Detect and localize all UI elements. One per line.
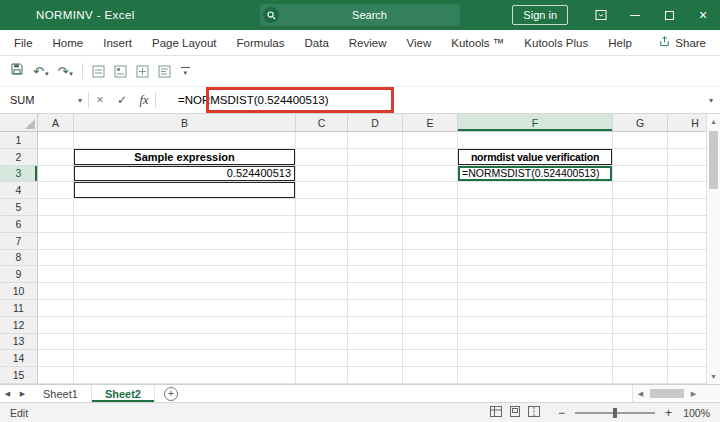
ribbon-tab-home[interactable]: Home [43,30,94,55]
cell-C2[interactable] [296,149,348,166]
cell-A8[interactable] [38,250,74,267]
column-header-E[interactable]: E [403,114,458,132]
sheet-tab-sheet1[interactable]: Sheet1 [30,385,92,402]
vertical-scrollbar[interactable]: ▲ ▼ [706,114,720,384]
cell-C6[interactable] [296,216,348,233]
qat-custom-icon-4[interactable] [158,65,171,78]
cell-A3[interactable] [38,166,74,183]
ribbon-tab-kutools-plus[interactable]: Kutools Plus [514,30,598,55]
cell-F12[interactable] [458,317,613,334]
expand-formula-bar-icon[interactable]: ▾ [709,96,713,105]
cell-C5[interactable] [296,199,348,216]
row-header-1[interactable]: 1 [0,132,38,149]
row-header-11[interactable]: 11 [0,300,38,317]
cell-D13[interactable] [348,334,403,351]
scroll-up-icon[interactable]: ▲ [710,114,717,129]
cell-D3[interactable] [348,166,403,183]
cell-B3[interactable]: 0.524400513 [74,166,296,183]
cell-F2[interactable]: normdist value verification [458,149,613,166]
cell-D7[interactable] [348,233,403,250]
cell-C3[interactable] [296,166,348,183]
scroll-right-icon[interactable]: ▶ [686,390,701,398]
row-header-5[interactable]: 5 [0,199,38,216]
cell-E3[interactable] [403,166,458,183]
formula-input[interactable]: =NORMSDIST(0.524400513) [156,94,329,106]
cell-B9[interactable] [74,266,296,283]
cell-D12[interactable] [348,317,403,334]
cell-A4[interactable] [38,182,74,199]
cell-C4[interactable] [296,182,348,199]
close-icon[interactable]: × [686,0,720,30]
row-header-14[interactable]: 14 [0,350,38,367]
cell-H11[interactable] [668,300,706,317]
cell-A15[interactable] [38,367,74,384]
cell-B4[interactable] [74,182,296,199]
cell-C15[interactable] [296,367,348,384]
ribbon-tab-insert[interactable]: Insert [93,30,142,55]
cell-G14[interactable] [613,350,668,367]
cell-F14[interactable] [458,350,613,367]
cell-F15[interactable] [458,367,613,384]
cell-G6[interactable] [613,216,668,233]
cell-G9[interactable] [613,266,668,283]
cell-F6[interactable] [458,216,613,233]
cell-C10[interactable] [296,283,348,300]
cell-E1[interactable] [403,132,458,149]
cell-G15[interactable] [613,367,668,384]
save-button[interactable] [10,62,24,80]
cell-F4[interactable] [458,182,613,199]
cell-A2[interactable] [38,149,74,166]
cell-D14[interactable] [348,350,403,367]
share-button[interactable]: Share [659,30,706,55]
row-header-6[interactable]: 6 [0,216,38,233]
ribbon-tab-formulas[interactable]: Formulas [227,30,295,55]
cell-A5[interactable] [38,199,74,216]
zoom-level[interactable]: 100% [682,407,710,419]
sheet-nav-left-icon[interactable]: ◀ [0,385,15,402]
cell-H9[interactable] [668,266,706,283]
cell-B1[interactable] [74,132,296,149]
zoom-slider[interactable] [575,412,655,414]
cancel-icon[interactable]: × [89,93,111,107]
cell-C9[interactable] [296,266,348,283]
cell-H14[interactable] [668,350,706,367]
cell-F8[interactable] [458,250,613,267]
cell-G8[interactable] [613,250,668,267]
column-header-C[interactable]: C [296,114,348,132]
cell-G4[interactable] [613,182,668,199]
cell-H4[interactable] [668,182,706,199]
cell-G12[interactable] [613,317,668,334]
cell-E13[interactable] [403,334,458,351]
cell-B10[interactable] [74,283,296,300]
cell-B2[interactable]: Sample expression [74,149,296,166]
cell-E12[interactable] [403,317,458,334]
cell-B6[interactable] [74,216,296,233]
cell-E2[interactable] [403,149,458,166]
horizontal-scrollbar[interactable]: ◀ ▶ [632,385,720,402]
cell-A9[interactable] [38,266,74,283]
cell-F10[interactable] [458,283,613,300]
qat-custom-icon-3[interactable] [136,65,149,78]
cell-H7[interactable] [668,233,706,250]
cell-D6[interactable] [348,216,403,233]
cell-C13[interactable] [296,334,348,351]
column-header-D[interactable]: D [348,114,403,132]
cell-E4[interactable] [403,182,458,199]
horizontal-scroll-thumb[interactable] [650,389,684,398]
cell-A14[interactable] [38,350,74,367]
cell-H13[interactable] [668,334,706,351]
scroll-down-icon[interactable]: ▼ [710,369,717,384]
cell-D2[interactable] [348,149,403,166]
cell-H15[interactable] [668,367,706,384]
cell-A12[interactable] [38,317,74,334]
cell-C1[interactable] [296,132,348,149]
ribbon-tab-page-layout[interactable]: Page Layout [142,30,227,55]
sheet-tab-sheet2[interactable]: Sheet2 [92,385,155,402]
redo-button[interactable]: ↷ ▾ [57,65,72,78]
cell-G13[interactable] [613,334,668,351]
cell-A10[interactable] [38,283,74,300]
cell-E14[interactable] [403,350,458,367]
row-header-15[interactable]: 15 [0,367,38,384]
row-header-10[interactable]: 10 [0,283,38,300]
normal-view-icon[interactable] [490,406,502,419]
